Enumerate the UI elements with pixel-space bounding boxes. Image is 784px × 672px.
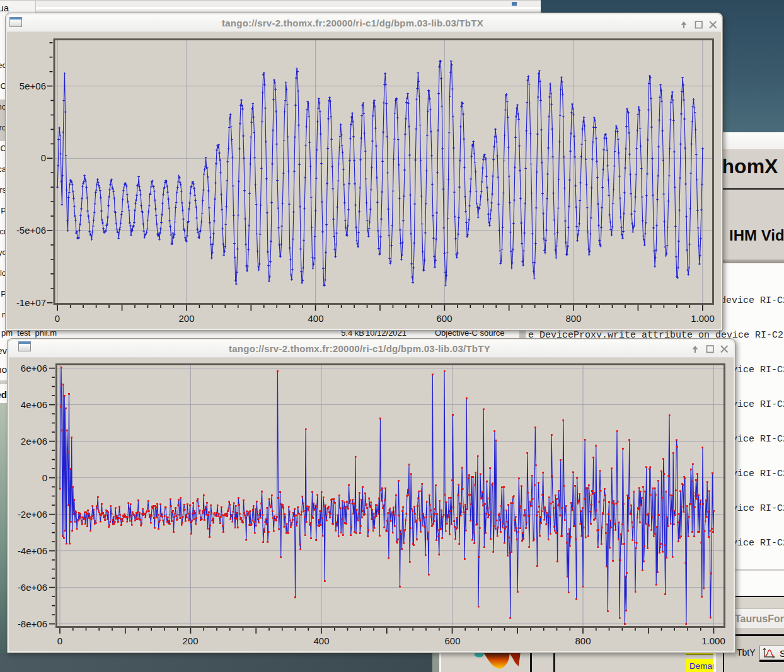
svg-text:0: 0 — [41, 152, 46, 163]
svg-text:-8e+06: -8e+06 — [18, 618, 47, 629]
svg-text:-2e+06: -2e+06 — [18, 509, 47, 520]
svg-text:200: 200 — [178, 313, 194, 324]
svg-text:0: 0 — [57, 635, 62, 646]
svg-text:2e+06: 2e+06 — [21, 436, 47, 447]
svg-text:1.000: 1.000 — [701, 635, 725, 646]
svg-text:600: 600 — [444, 635, 460, 646]
svg-text:800: 800 — [565, 313, 581, 324]
svg-text:1.000: 1.000 — [691, 313, 715, 324]
svg-text:200: 200 — [182, 635, 198, 646]
svg-text:-6e+06: -6e+06 — [18, 582, 47, 593]
svg-text:800: 800 — [575, 635, 591, 646]
svg-text:-4e+06: -4e+06 — [18, 545, 47, 556]
svg-text:400: 400 — [308, 313, 323, 324]
svg-text:0: 0 — [42, 472, 47, 483]
svg-text:400: 400 — [313, 635, 329, 646]
svg-text:600: 600 — [436, 313, 452, 324]
svg-text:0: 0 — [55, 313, 60, 324]
svg-text:-5e+06: -5e+06 — [16, 225, 46, 236]
svg-text:-1e+07: -1e+07 — [16, 297, 46, 308]
svg-text:4e+06: 4e+06 — [21, 399, 47, 410]
svg-text:6e+06: 6e+06 — [21, 363, 47, 373]
svg-text:5e+06: 5e+06 — [20, 81, 46, 91]
